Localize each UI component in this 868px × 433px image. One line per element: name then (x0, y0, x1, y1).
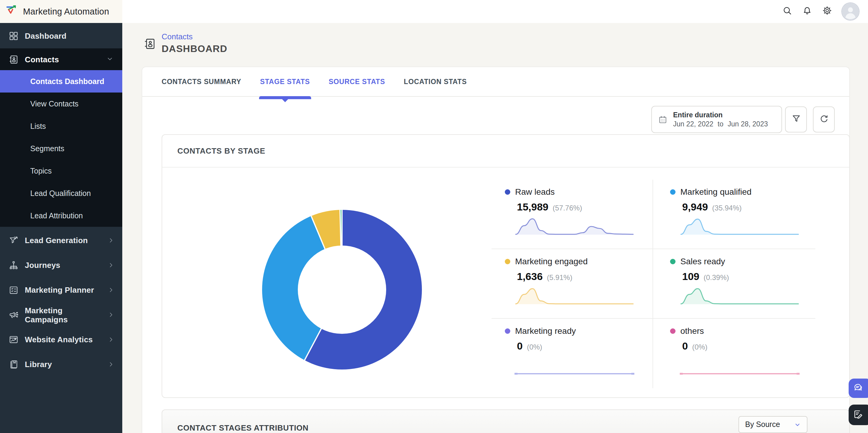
sidebar-subitem-segments[interactable]: Segments (0, 137, 122, 160)
sparkline (515, 216, 634, 236)
feedback-fab[interactable] (849, 405, 868, 425)
sidebar-item-library[interactable]: Library (0, 352, 122, 377)
calendar-icon (658, 114, 668, 124)
date-range-picker[interactable]: Entire duration Jun 22, 2022toJun 28, 20… (651, 106, 782, 133)
app-window: Marketing Automation Dashboard Conta (0, 0, 868, 433)
chevron-down-icon (794, 421, 801, 428)
chevron-right-icon (108, 237, 115, 244)
chat-bubbles-icon (852, 382, 863, 395)
tabstrip: CONTACTS SUMMARYSTAGE STATSSOURCE STATSL… (142, 67, 849, 97)
chevron-right-icon (108, 262, 115, 268)
donut-segment-gap (341, 210, 343, 290)
chart-legend: Raw leads 15,989 (57.76%) Marketing qual… (492, 179, 816, 388)
content-sheet: CONTACTS SUMMARYSTAGE STATSSOURCE STATSL… (142, 67, 850, 433)
legend-value: 0 (517, 340, 523, 353)
notifications-button[interactable] (801, 6, 812, 17)
legend-label: Marketing qualified (680, 187, 751, 197)
group-by-select[interactable]: By Source (739, 416, 807, 433)
lead-generation-icon (8, 235, 19, 245)
page-title: DASHBOARD (162, 44, 227, 54)
legend-item-marketing-ready[interactable]: Marketing ready 0 (0%) (492, 319, 653, 388)
sidebar-item-website-analytics[interactable]: Website Analytics (0, 327, 122, 352)
legend-label: Marketing ready (515, 326, 576, 336)
sidebar-item-label: Contacts (25, 55, 100, 64)
donut-segment-gap (311, 216, 342, 290)
legend-dot (505, 259, 510, 264)
tab-source-stats[interactable]: SOURCE STATS (329, 67, 385, 96)
sidebar-item-dashboard[interactable]: Dashboard (0, 23, 122, 48)
legend-item-raw-leads[interactable]: Raw leads 15,989 (57.76%) (492, 179, 653, 249)
sidebar-item-lead-generation[interactable]: Lead Generation (0, 228, 122, 253)
legend-value: 15,989 (517, 201, 549, 213)
sidebar-subitem-lead-qualification[interactable]: Lead Qualification (0, 182, 122, 204)
breadcrumb[interactable]: Contacts (162, 33, 227, 40)
brand[interactable]: Marketing Automation (0, 0, 122, 23)
topbar-actions (781, 0, 860, 23)
chevron-right-icon (108, 361, 115, 368)
sidebar-subitem-view-contacts[interactable]: View Contacts (0, 93, 122, 115)
tab-contacts-summary[interactable]: CONTACTS SUMMARY (162, 67, 241, 96)
sidebar-subitem-lists[interactable]: Lists (0, 115, 122, 137)
page-head: Contacts DASHBOARD (162, 33, 227, 54)
sparkline (680, 286, 800, 306)
search-icon (782, 5, 792, 18)
settings-button[interactable] (822, 6, 832, 17)
legend-percent: (0%) (692, 343, 708, 352)
refresh-button[interactable] (813, 106, 835, 132)
sidebar-item-label: Marketing Campaigns (25, 306, 102, 324)
filter-button[interactable] (785, 106, 807, 132)
contacts-icon (8, 54, 19, 64)
sidebar-item-marketing-planner[interactable]: Marketing Planner (0, 277, 122, 302)
card-header: CONTACTS BY STAGE (162, 135, 849, 168)
legend-label: others (680, 326, 704, 336)
legend-item-others[interactable]: others 0 (0%) (653, 319, 815, 388)
sidebar-item-contacts[interactable]: Contacts (0, 48, 122, 70)
sidebar-subitem-topics[interactable]: Topics (0, 160, 122, 182)
sidebar-item-label: Dashboard (25, 31, 122, 40)
legend-percent: (0.39%) (704, 273, 729, 282)
date-from: Jun 22, 2022 (673, 120, 713, 127)
refresh-icon (819, 113, 829, 126)
compose-icon (852, 408, 863, 421)
tab-location-stats[interactable]: LOCATION STATS (404, 67, 467, 96)
chevron-right-icon (108, 336, 115, 343)
sparkline (515, 355, 634, 375)
topbar: Marketing Automation (0, 0, 868, 23)
sparkline (680, 216, 800, 236)
chat-fab[interactable] (849, 378, 868, 398)
duration-label: Entire duration (673, 111, 768, 119)
avatar[interactable] (841, 2, 860, 21)
legend-item-marketing-engaged[interactable]: Marketing engaged 1,636 (5.91%) (492, 249, 653, 319)
search-button[interactable] (781, 6, 792, 17)
chevron-right-icon (108, 287, 115, 293)
chevron-down-icon (106, 55, 115, 63)
sidebar-subitem-lead-attribution[interactable]: Lead Attribution (0, 204, 122, 227)
legend-value: 9,949 (682, 201, 708, 213)
legend-value: 0 (682, 340, 688, 353)
sidebar-item-journeys[interactable]: Journeys (0, 253, 122, 277)
sidebar-item-label: Journeys (25, 261, 102, 270)
legend-value: 1,636 (517, 271, 542, 283)
legend-item-marketing-qualified[interactable]: Marketing qualified 9,949 (35.94%) (653, 179, 815, 249)
legend-dot (670, 189, 676, 194)
date-to: Jun 28, 2023 (727, 120, 768, 127)
marketing-planner-icon (8, 285, 19, 295)
library-icon (8, 359, 19, 369)
sidebar-item-marketing-campaigns[interactable]: Marketing Campaigns (0, 302, 122, 327)
sidebar-subitem-contacts-dashboard[interactable]: Contacts Dashboard (0, 70, 122, 93)
sparkline (680, 355, 800, 375)
tab-stage-stats[interactable]: STAGE STATS (260, 67, 310, 96)
legend-dot (505, 189, 510, 194)
tab-label: STAGE STATS (260, 78, 310, 85)
legend-label: Marketing engaged (515, 257, 588, 266)
active-tab-indicator (259, 96, 311, 99)
donut-chart[interactable] (262, 210, 422, 369)
journeys-icon (8, 260, 19, 270)
legend-percent: (35.94%) (712, 204, 742, 212)
contacts-book-icon (144, 37, 156, 50)
bell-icon (802, 5, 812, 18)
legend-percent: (57.76%) (553, 204, 582, 212)
to-label: to (718, 120, 723, 127)
legend-item-sales-ready[interactable]: Sales ready 109 (0.39%) (653, 249, 815, 319)
chevron-right-icon (108, 311, 115, 318)
